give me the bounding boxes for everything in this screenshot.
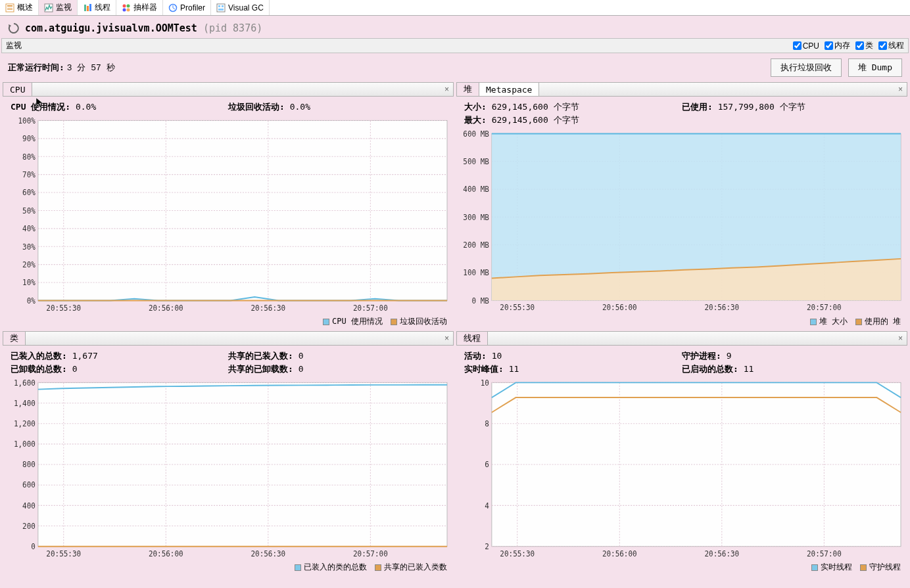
svg-rect-2 <box>7 8 12 9</box>
class-chart: 1,6001,4001,2001,000800600400200020:55:3… <box>5 378 451 560</box>
close-icon[interactable]: × <box>441 334 453 343</box>
svg-text:20:56:30: 20:56:30 <box>704 303 739 313</box>
svg-text:20:56:00: 20:56:00 <box>602 303 637 313</box>
svg-rect-17 <box>222 5 224 7</box>
tab-label: 概述 <box>17 2 33 13</box>
svg-text:20:56:00: 20:56:00 <box>602 549 637 558</box>
subbar-label: 监视 <box>6 40 22 51</box>
sub-bar: 监视 CPU 内存 类 线程 <box>1 38 909 53</box>
svg-text:600: 600 <box>22 480 36 489</box>
svg-text:10%: 10% <box>22 278 36 288</box>
svg-rect-7 <box>89 4 91 11</box>
tab-threads[interactable]: 线程 <box>78 0 116 15</box>
cpu-chart: 100%90%80%70%60%50%40%30%20%10%0%20:55:3… <box>5 116 451 315</box>
uptime-value: 3 分 57 秒 <box>67 62 115 74</box>
check-cpu[interactable]: CPU <box>793 41 819 51</box>
svg-text:20:55:30: 20:55:30 <box>500 303 535 313</box>
svg-text:20:57:00: 20:57:00 <box>807 549 842 558</box>
svg-text:10: 10 <box>481 378 489 388</box>
svg-text:20%: 20% <box>22 260 36 270</box>
svg-rect-15 <box>217 4 225 12</box>
class-panel-tab[interactable]: 类 <box>3 332 26 345</box>
close-icon[interactable]: × <box>894 85 907 94</box>
thread-chart: 10864220:55:3020:56:0020:56:3020:57:00 <box>459 378 905 560</box>
tab-monitor[interactable]: 监视 <box>39 0 78 15</box>
svg-text:100%: 100% <box>18 116 35 125</box>
tab-sampler[interactable]: 抽样器 <box>116 0 163 15</box>
svg-text:40%: 40% <box>22 224 36 234</box>
class-legend: 已装入的类的总数 共享的已装入类数 <box>3 560 454 574</box>
tab-overview[interactable]: 概述 <box>0 0 39 15</box>
close-icon[interactable]: × <box>441 85 453 94</box>
sampler-icon <box>122 3 131 12</box>
gc-button[interactable]: 执行垃圾回收 <box>771 58 842 77</box>
svg-text:20:56:30: 20:56:30 <box>704 549 739 558</box>
svg-point-9 <box>127 4 130 7</box>
svg-text:300 MB: 300 MB <box>463 212 489 222</box>
tab-profiler[interactable]: Profiler <box>163 0 211 15</box>
tab-label: 线程 <box>95 2 110 13</box>
tab-label: 监视 <box>56 2 72 13</box>
svg-text:4: 4 <box>485 501 489 510</box>
svg-text:50%: 50% <box>22 206 36 215</box>
svg-text:2: 2 <box>485 542 489 551</box>
svg-text:400 MB: 400 MB <box>463 185 489 194</box>
refresh-icon <box>8 22 20 34</box>
svg-text:20:57:00: 20:57:00 <box>807 303 842 313</box>
svg-text:400: 400 <box>22 501 36 510</box>
svg-text:6: 6 <box>485 460 489 469</box>
panels-grid: CPU × CPU 使用情况: 0.0% 垃圾回收活动: 0.0% 100%90… <box>0 82 910 574</box>
svg-text:200: 200 <box>22 521 36 530</box>
uptime-label: 正常运行时间: <box>8 62 64 74</box>
metaspace-panel-tab[interactable]: Metaspace <box>479 83 539 96</box>
thread-panel-tab[interactable]: 线程 <box>457 332 488 345</box>
top-tabs: 概述 监视 线程 抽样器 Profiler Visual GC <box>0 0 910 16</box>
svg-text:200 MB: 200 MB <box>463 240 489 250</box>
title-bar: com.atguigu.jvisualvm.OOMTest (pid 8376) <box>0 16 910 38</box>
monitor-icon <box>44 3 53 12</box>
heap-panel-tab[interactable]: 堆 <box>457 83 479 96</box>
svg-text:1,600: 1,600 <box>14 378 36 388</box>
checkbox-row: CPU 内存 类 线程 <box>793 40 904 51</box>
thread-legend: 实时线程 守护线程 <box>456 560 907 574</box>
svg-point-11 <box>127 8 130 11</box>
svg-text:90%: 90% <box>22 134 36 144</box>
profiler-icon <box>168 3 178 12</box>
svg-line-14 <box>173 8 175 9</box>
close-icon[interactable]: × <box>894 334 907 343</box>
cursor-icon <box>36 97 47 109</box>
svg-text:500 MB: 500 MB <box>463 157 489 167</box>
svg-rect-6 <box>87 6 89 11</box>
heap-dump-button[interactable]: 堆 Dump <box>848 58 902 77</box>
check-memory[interactable]: 内存 <box>825 40 850 51</box>
svg-point-10 <box>123 8 126 11</box>
cpu-legend: CPU 使用情况 垃圾回收活动 <box>3 315 454 328</box>
threads-icon <box>83 3 92 12</box>
svg-text:0: 0 <box>31 542 36 551</box>
svg-text:100 MB: 100 MB <box>463 268 489 278</box>
svg-text:20:56:30: 20:56:30 <box>251 549 285 558</box>
check-threads[interactable]: 线程 <box>878 40 904 51</box>
svg-text:20:56:30: 20:56:30 <box>251 303 285 313</box>
cpu-panel-tab[interactable]: CPU <box>3 83 32 96</box>
svg-rect-1 <box>7 5 12 7</box>
svg-rect-16 <box>218 5 220 7</box>
tab-visualgc[interactable]: Visual GC <box>211 0 270 15</box>
uptime-row: 正常运行时间: 3 分 57 秒 执行垃圾回收 堆 Dump <box>0 53 910 82</box>
thread-panel: 线程 × 活动: 10 实时峰值: 11 守护进程: 9 已启动的总数: 11 … <box>456 331 907 574</box>
tab-label: 抽样器 <box>133 2 157 13</box>
svg-text:70%: 70% <box>22 170 36 180</box>
svg-rect-3 <box>7 9 12 10</box>
svg-text:20:57:00: 20:57:00 <box>353 303 388 313</box>
svg-text:0%: 0% <box>27 296 36 305</box>
heap-panel: 堆 Metaspace × 大小: 629,145,600 个字节 最大: 62… <box>456 82 907 328</box>
class-panel: 类 × 已装入的总数: 1,677 已卸载的总数: 0 共享的已装入数: 0 共… <box>3 331 454 574</box>
svg-point-8 <box>123 4 126 7</box>
heap-chart: 600 MB500 MB400 MB300 MB200 MB100 MB0 MB… <box>459 129 905 315</box>
svg-text:80%: 80% <box>22 152 36 162</box>
check-classes[interactable]: 类 <box>855 40 873 51</box>
overview-icon <box>5 3 14 12</box>
svg-text:20:55:30: 20:55:30 <box>500 549 535 558</box>
tab-label: Profiler <box>180 3 205 12</box>
svg-text:20:57:00: 20:57:00 <box>353 549 388 558</box>
